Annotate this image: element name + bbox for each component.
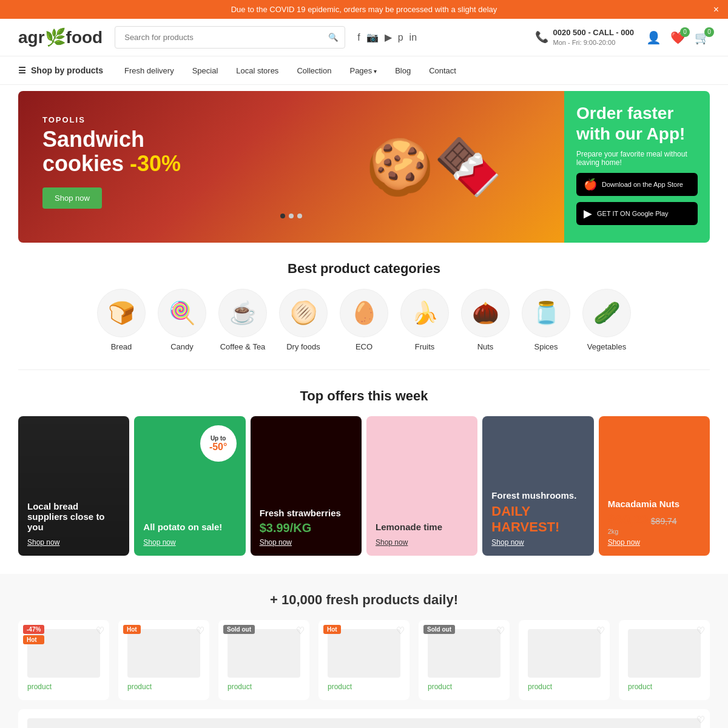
nav-link-fresh-delivery[interactable]: Fresh delivery [115,57,183,84]
offer-potato-shop-link[interactable]: Shop now [143,538,236,547]
linkedin-icon[interactable]: in [410,32,417,43]
header-contact: 📞 0020 500 - CALL - 000 Mon - Fri: 9:00-… [535,27,634,48]
facebook-icon[interactable]: f [357,32,360,43]
tag-percent: -47% [23,625,44,634]
offer-potato-title: All potato on sale! [143,522,236,532]
fresh-title: + 10,000 fresh products daily! [18,592,710,608]
category-eco-icon: 🥚 [340,289,388,337]
category-spices[interactable]: 🫙 Spices [522,289,570,351]
offer-macadamia-title: Macadamia Nuts [608,499,701,509]
youtube-icon[interactable]: ▶ [385,32,392,43]
banner-message: Due to the COVID 19 epidemic, orders may… [231,5,497,14]
offer-macadamia-shop-link[interactable]: Shop now [608,538,701,547]
product-8-wishlist[interactable]: ♡ [696,714,705,726]
offer-mushrooms-shop-link[interactable]: Shop now [491,538,584,547]
logo[interactable]: agr🌿food [18,27,103,47]
offer-macadamia-old-price: $89,74 [651,516,677,526]
product-8-image [27,718,701,728]
product-card-1: -47% Hot ♡ product [18,620,109,700]
app-subtitle: Prepare your favorite meal without leavi… [576,150,698,167]
google-play-button[interactable]: ▶ GET IT ON Google Play [576,202,698,225]
nav-link-local-stores[interactable]: Local stores [227,57,288,84]
nav-item-pages[interactable]: Pages [340,57,386,84]
hero-app-banner: Order faster with our App! Prepare your … [564,91,710,243]
product-3-wishlist[interactable]: ♡ [296,625,305,636]
category-spices-icon: 🫙 [522,289,570,337]
offer-card-potato: All potato on sale! Shop now Up to -50° [134,416,245,556]
tag-hot: Hot [23,635,44,644]
category-fruits[interactable]: 🍌 Fruits [400,289,449,351]
cart-button[interactable]: 🛒 0 [695,30,710,45]
nav-link-special[interactable]: Special [183,57,228,84]
nav-link-collection[interactable]: Collection [288,57,340,84]
category-candy[interactable]: 🍭 Candy [158,289,206,351]
nav-item-contact[interactable]: Contact [420,57,465,84]
product-6-wishlist[interactable]: ♡ [596,625,605,636]
instagram-icon[interactable]: 📷 [366,32,379,43]
offer-lemonade-shop-link[interactable]: Shop now [376,538,468,547]
tag-hot-2: Hot [123,625,141,634]
dot-1[interactable] [280,214,285,218]
offer-lemonade-title: Lemonade time [376,522,468,532]
product-4-name: product [328,682,400,691]
category-fruits-icon: 🍌 [400,289,449,337]
category-dry-foods[interactable]: 🫓 Dry foods [279,289,328,351]
badge-text: Up to [211,435,226,442]
nav-item-local-stores[interactable]: Local stores [227,57,288,84]
top-banner: Due to the COVID 19 epidemic, orders may… [0,0,728,19]
pinterest-icon[interactable]: p [398,32,403,43]
wishlist-count: 0 [680,27,690,37]
wishlist-button[interactable]: ❤️ 0 [670,30,686,45]
category-vegetables[interactable]: 🥒 Vegetables [582,289,631,351]
category-bread[interactable]: 🍞 Bread [97,289,146,351]
product-4-wishlist[interactable]: ♡ [396,625,405,636]
category-bread-icon: 🍞 [97,289,146,337]
top-offers-section: Top offers this week Local bread supplie… [0,388,728,556]
product-1-wishlist[interactable]: ♡ [96,625,104,636]
navigation: ☰ Shop by products Fresh delivery Specia… [0,56,728,85]
offer-bread-shop-link[interactable]: Shop now [27,538,120,547]
nav-link-pages[interactable]: Pages [340,57,386,84]
user-button[interactable]: 👤 [646,30,661,45]
search-input[interactable] [115,26,345,49]
nav-item-fresh-delivery[interactable]: Fresh delivery [115,57,183,84]
product-7-name: product [628,682,701,691]
nav-item-blog[interactable]: Blog [386,57,420,84]
product-6-name: product [528,682,601,691]
google-play-label: GET IT ON Google Play [597,210,669,217]
phone-icon: 📞 [535,30,548,44]
app-store-label: Download on the App Store [602,181,683,188]
search-bar: 🔍 [115,26,345,49]
product-2-wishlist[interactable]: ♡ [196,625,204,636]
offer-card-macadamia: Macadamia Nuts $60,23 $89,74 2kg Shop no… [599,416,710,556]
nav-link-contact[interactable]: Contact [420,57,465,84]
shop-by-products-button[interactable]: ☰ Shop by products [18,56,103,84]
product-4-image [328,629,400,678]
product-1-tags: -47% Hot [23,625,44,644]
nav-link-blog[interactable]: Blog [386,57,420,84]
top-offers-title: Top offers this week [0,388,728,404]
category-coffee-tea[interactable]: ☕ Coffee & Tea [218,289,267,351]
categories-grid: 🍞 Bread 🍭 Candy ☕ Coffee & Tea 🫓 Dry foo… [0,289,728,363]
category-nuts[interactable]: 🌰 Nuts [461,289,510,351]
offer-card-mushrooms: Forest mushrooms. DAILY HARVEST! Shop no… [482,416,593,556]
dot-2[interactable] [289,214,294,218]
app-store-button[interactable]: 🍎 Download on the App Store [576,173,698,196]
product-4-tags: Hot [323,625,341,634]
nav-item-collection[interactable]: Collection [288,57,340,84]
offer-mushrooms-title: Forest mushrooms. [491,490,584,500]
hero-shop-button[interactable]: Shop now [42,187,102,209]
nav-item-special[interactable]: Special [183,57,228,84]
category-nuts-icon: 🌰 [461,289,510,337]
product-5-wishlist[interactable]: ♡ [496,625,505,636]
product-5-image [428,629,500,678]
product-card-6: ♡ product [519,620,610,700]
shop-by-products-label: Shop by products [31,66,103,75]
offer-card-bread: Local bread suppliers close to you Shop … [18,416,129,556]
category-vegetables-label: Vegetables [587,342,626,351]
search-button[interactable]: 🔍 [321,26,345,49]
banner-close[interactable]: × [713,4,719,15]
offer-strawberries-shop-link[interactable]: Shop now [260,538,352,547]
category-eco[interactable]: 🥚 ECO [340,289,388,351]
product-7-wishlist[interactable]: ♡ [696,625,705,636]
